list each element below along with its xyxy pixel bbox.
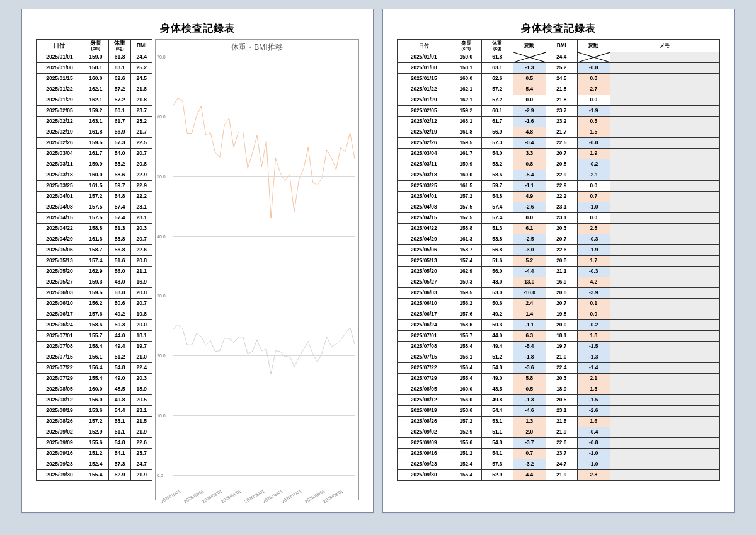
cell-diff-bmi: -0.8 bbox=[577, 137, 610, 148]
cell-height: 153.6 bbox=[83, 406, 108, 417]
cell-diff-bmi: 4.2 bbox=[577, 277, 610, 287]
cell-weight: 49.4 bbox=[482, 341, 513, 352]
cell-memo bbox=[610, 244, 719, 255]
cell-height: 159.9 bbox=[450, 159, 482, 170]
cell-height: 162.9 bbox=[83, 267, 108, 277]
cell-date: 2025/01/22 bbox=[398, 84, 450, 95]
cell-weight: 51.3 bbox=[108, 224, 131, 234]
cell-bmi: 20.3 bbox=[546, 223, 577, 234]
cell-memo bbox=[610, 437, 719, 448]
cell-weight: 57.2 bbox=[482, 84, 513, 95]
cell-weight: 49.8 bbox=[482, 394, 513, 405]
cell-bmi: 22.2 bbox=[546, 191, 577, 202]
cell-date: 2025/01/22 bbox=[37, 84, 83, 95]
cell-date: 2025/08/12 bbox=[398, 394, 450, 405]
cell-memo bbox=[610, 448, 719, 459]
cell-height: 156.4 bbox=[450, 362, 482, 373]
table-row: 2025/05/27159.343.013.016.94.2 bbox=[398, 277, 720, 287]
cell-bmi: 20.7 bbox=[131, 234, 152, 245]
cell-weight: 52.9 bbox=[482, 469, 513, 480]
cell-weight: 49.2 bbox=[482, 309, 513, 319]
cell-height: 156.0 bbox=[450, 394, 482, 405]
cell-date: 2025/01/08 bbox=[37, 63, 83, 74]
cell-date: 2025/04/15 bbox=[398, 212, 450, 223]
table-row: 2025/01/22162.157.25.421.82.7 bbox=[398, 84, 720, 95]
cell-bmi: 22.9 bbox=[546, 180, 577, 191]
table-row: 2025/01/08158.163.125.2 bbox=[37, 63, 152, 74]
cell-memo bbox=[610, 352, 719, 362]
table-row: 2025/02/26159.557.3-0.422.5-0.8 bbox=[398, 137, 720, 148]
cell-memo bbox=[610, 330, 719, 341]
cell-diff-weight: -1.1 bbox=[513, 180, 546, 191]
cell-weight: 57.4 bbox=[108, 202, 131, 213]
cell-date: 2025/03/18 bbox=[398, 170, 450, 180]
chart-panel: 体重・BMI推移 0.010.020.030.040.050.060.070.0… bbox=[155, 39, 359, 500]
cell-date: 2025/05/20 bbox=[37, 267, 83, 277]
table-row: 2025/08/05160.048.518.9 bbox=[37, 384, 152, 395]
table-row: 2025/04/01157.254.822.2 bbox=[37, 192, 152, 202]
cell-height: 153.6 bbox=[450, 405, 482, 416]
table-row: 2025/02/12163.161.7-1.623.20.5 bbox=[398, 116, 720, 127]
table-row: 2025/07/08158.449.419.7 bbox=[37, 342, 152, 352]
cell-date: 2025/05/06 bbox=[398, 244, 450, 255]
cell-date: 2025/05/13 bbox=[398, 255, 450, 266]
cell-height: 155.7 bbox=[83, 331, 108, 342]
chart-series-bmi bbox=[173, 325, 355, 374]
chart-x-tick: 2025/07/01 bbox=[281, 489, 302, 504]
cell-memo bbox=[610, 416, 719, 427]
table-row: 2025/05/06158.756.8-3.022.6-1.9 bbox=[398, 244, 720, 255]
cell-weight: 57.2 bbox=[482, 95, 513, 105]
cell-bmi: 24.4 bbox=[131, 52, 152, 63]
cell-height: 158.6 bbox=[450, 319, 482, 330]
cell-weight: 54.8 bbox=[482, 437, 513, 448]
cell-date: 2025/04/22 bbox=[398, 223, 450, 234]
cell-diff-bmi: -1.4 bbox=[577, 362, 610, 373]
cell-date: 2025/07/08 bbox=[398, 341, 450, 352]
chart-title: 体重・BMI推移 bbox=[156, 42, 358, 53]
cell-weight: 53.8 bbox=[108, 234, 131, 245]
cell-memo bbox=[610, 384, 719, 394]
table-row: 2025/09/23152.457.324.7 bbox=[37, 459, 152, 470]
cell-memo bbox=[610, 180, 719, 191]
cell-diff-weight: 0.0 bbox=[513, 95, 546, 105]
cell-date: 2025/05/20 bbox=[398, 266, 450, 277]
cell-weight: 61.8 bbox=[108, 52, 131, 63]
cell-memo bbox=[610, 362, 719, 373]
table-row: 2025/04/08157.557.423.1 bbox=[37, 202, 152, 213]
cell-height: 158.6 bbox=[83, 320, 108, 331]
cell-bmi: 22.9 bbox=[546, 170, 577, 180]
cell-height: 157.2 bbox=[83, 417, 108, 427]
cell-weight: 51.3 bbox=[482, 223, 513, 234]
cell-weight: 63.1 bbox=[108, 63, 131, 74]
cell-diff-bmi: -1.0 bbox=[577, 459, 610, 469]
cell-bmi: 23.1 bbox=[546, 405, 577, 416]
cell-diff-bmi: 0.0 bbox=[577, 180, 610, 191]
cell-date: 2025/04/08 bbox=[398, 202, 450, 212]
cell-bmi: 22.5 bbox=[546, 137, 577, 148]
cell-weight: 53.1 bbox=[482, 416, 513, 427]
cell-height: 160.0 bbox=[83, 74, 108, 84]
cell-bmi: 19.7 bbox=[131, 342, 152, 352]
cell-memo bbox=[610, 309, 719, 319]
cell-weight: 53.0 bbox=[482, 287, 513, 298]
table-detail: 日付 身長(cm) 体重(kg) 変動 BMI 変動 メモ 2025/01/01… bbox=[397, 39, 720, 481]
cell-date: 2025/08/26 bbox=[37, 417, 83, 427]
table-row: 2025/04/22158.851.36.120.32.8 bbox=[398, 223, 720, 234]
cell-height: 160.0 bbox=[83, 384, 108, 395]
chart-y-tick: 50.0 bbox=[157, 174, 166, 178]
chart-y-tick: 30.0 bbox=[157, 294, 166, 298]
cell-diff-weight: -1.6 bbox=[513, 116, 546, 127]
cell-height: 159.9 bbox=[83, 159, 108, 170]
cell-height: 157.5 bbox=[450, 202, 482, 212]
cell-weight: 57.3 bbox=[482, 137, 513, 148]
cell-memo bbox=[610, 170, 719, 180]
cell-weight: 54.8 bbox=[108, 438, 131, 449]
cell-bmi: 22.2 bbox=[131, 192, 152, 202]
cell-bmi: 22.6 bbox=[546, 244, 577, 255]
cell-date: 2025/02/26 bbox=[398, 137, 450, 148]
table-row: 2025/08/19153.654.4-4.623.1-2.6 bbox=[398, 405, 720, 416]
hdr-height: 身長(cm) bbox=[83, 40, 108, 52]
cell-diff-weight: 3.3 bbox=[513, 148, 546, 159]
cell-height: 157.2 bbox=[83, 192, 108, 202]
cell-date: 2025/09/23 bbox=[398, 459, 450, 469]
